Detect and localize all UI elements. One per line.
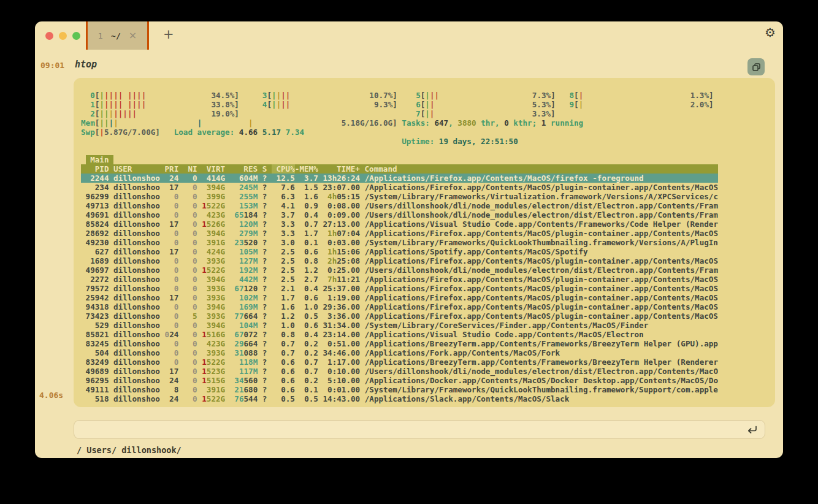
process-row[interactable]: 79572 dillonshoo 0 0 393G 67120 ? 2.1 0.… xyxy=(81,284,718,293)
htop-output: 0[||||| |||| 34.5%] 3[|||| 10.7%] 5[||| … xyxy=(81,91,718,403)
process-row[interactable]: 529 dillonshoo 0 0 394G 104M ? 1.0 0.6 3… xyxy=(81,321,718,330)
process-row[interactable]: 25942 dillonshoo 17 0 393G 102M ? 1.7 0.… xyxy=(81,293,718,302)
copy-output-button[interactable] xyxy=(747,58,765,75)
command-duration: 4.06s xyxy=(39,391,63,400)
process-row[interactable]: 518 dillonshoo 24 0 1522G 76544 ? 0.5 0.… xyxy=(81,394,718,403)
process-row[interactable]: 2272 dillonshoo 0 0 394G 442M ? 2.5 2.7 … xyxy=(81,275,718,284)
terminal-window: 1 ~/ × + ⚙ 09:01 4.06s htop 0[||||| ||||… xyxy=(35,21,783,458)
new-tab-button[interactable]: + xyxy=(163,27,174,42)
command-start-time: 09:01 xyxy=(40,61,64,70)
process-row[interactable]: 49689 dillonshoo 17 0 1523G 117M ? 0.6 0… xyxy=(81,367,718,376)
swap-load-line: Swp[|5.87G/7.00G] Load average: 4.66 5.1… xyxy=(81,128,718,137)
mem-tasks-line: Mem[|||| | | 5.18G/16.0G] Tasks: 647, 38… xyxy=(81,118,718,128)
process-row[interactable]: 49111 dillonshoo 8 0 391G 21680 ? 0.6 0.… xyxy=(81,385,718,394)
process-row[interactable]: 49713 dillonshoo 0 0 1522G 153M ? 4.1 0.… xyxy=(81,201,718,210)
process-row[interactable]: 49691 dillonshoo 0 0 423G 65184 ? 3.7 0.… xyxy=(81,210,718,220)
htop-main-tab[interactable]: Main xyxy=(81,155,718,164)
titlebar: 1 ~/ × + ⚙ xyxy=(35,21,783,50)
copy-icon xyxy=(751,62,762,72)
cpu-meters-line: 0[||||| |||| 34.5%] 3[|||| 10.7%] 5[||| … xyxy=(81,91,718,100)
minimize-window-button[interactable] xyxy=(59,32,67,40)
terminal-tab[interactable]: 1 ~/ × xyxy=(86,21,149,50)
process-row[interactable]: 94318 dillonshoo 0 0 394G 169M ? 1.6 1.0… xyxy=(81,302,718,311)
process-row[interactable]: 83245 dillonshoo 0 0 423G 29664 ? 0.7 0.… xyxy=(81,339,718,348)
current-directory: / Users/ dillonshook/ xyxy=(77,445,182,455)
blank-line xyxy=(81,146,718,155)
tab-close-icon[interactable]: × xyxy=(129,31,137,40)
gear-icon[interactable]: ⚙ xyxy=(765,26,776,39)
process-row[interactable]: 83249 dillonshoo 0 0 1522G 118M ? 0.6 0.… xyxy=(81,357,718,367)
process-row[interactable]: 234 dillonshoo 17 0 394G 245M ? 7.6 1.5 … xyxy=(81,183,718,192)
table-header-row[interactable]: PID USER PRI NI VIRT RES S CPU%-MEM% TIM… xyxy=(81,164,718,174)
process-row[interactable]: 49230 dillonshoo 0 0 391G 23520 ? 3.0 0.… xyxy=(81,238,718,247)
process-row[interactable]: 28692 dillonshoo 0 0 394G 279M ? 3.3 1.7… xyxy=(81,229,718,238)
process-row[interactable]: 49697 dillonshoo 0 0 1522G 192M ? 2.5 1.… xyxy=(81,265,718,275)
terminal-input-box[interactable] xyxy=(74,420,765,439)
traffic-lights xyxy=(45,32,80,40)
process-row[interactable]: 73423 dillonshoo 0 5 393G 77664 ? 1.2 0.… xyxy=(81,311,718,321)
terminal-output-block: 0[||||| |||| 34.5%] 3[|||| 10.7%] 5[||| … xyxy=(74,78,775,407)
process-row[interactable]: 2244 dillonshoo 24 0 414G 604M ? 12.5 3.… xyxy=(81,174,718,183)
process-row[interactable]: 627 dillonshoo 17 0 424G 105M ? 2.5 0.6 … xyxy=(81,247,718,256)
process-row[interactable]: 85824 dillonshoo 17 0 1526G 120M ? 3.3 0… xyxy=(81,220,718,229)
process-row[interactable]: 1689 dillonshoo 0 0 393G 127M ? 2.5 0.8 … xyxy=(81,256,718,265)
return-icon[interactable] xyxy=(746,425,758,435)
process-row[interactable]: 96299 dillonshoo 0 0 399G 255M ? 6.3 1.6… xyxy=(81,192,718,201)
cpu-meters-line: 1[||||| |||| 33.8%] 4[|||| 9.3%] 6[|| 5.… xyxy=(81,100,718,109)
process-row[interactable]: 96295 dillonshoo 24 0 1515G 34560 ? 0.6 … xyxy=(81,376,718,385)
process-row[interactable]: 504 dillonshoo 0 0 393G 31088 ? 0.7 0.2 … xyxy=(81,348,718,357)
zoom-window-button[interactable] xyxy=(72,32,80,40)
process-row[interactable]: 85821 dillonshoo 024 0 1516G 67072 ? 0.8… xyxy=(81,330,718,339)
command-title: htop xyxy=(75,59,97,70)
close-window-button[interactable] xyxy=(45,32,53,40)
cpu-meters-line: 2[|||||||| 19.0%] 7[|| 3.3%] xyxy=(81,109,718,118)
tab-title: ~/ xyxy=(111,31,121,40)
uptime-line: Uptime: 19 days, 22:51:50 xyxy=(81,137,718,146)
tab-index: 1 xyxy=(98,31,103,40)
terminal-input[interactable] xyxy=(82,422,738,437)
